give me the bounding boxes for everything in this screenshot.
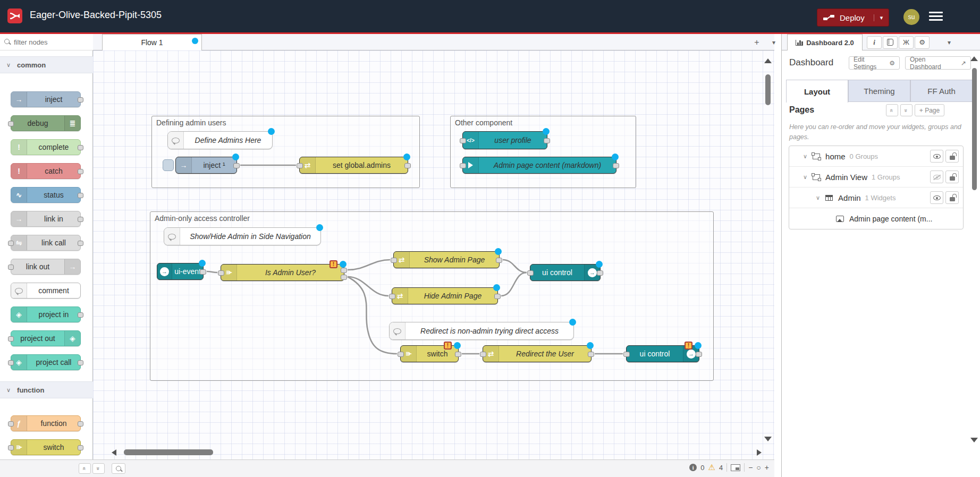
- palette-node-comment[interactable]: comment: [11, 283, 81, 299]
- add-page-button[interactable]: + Page: [915, 104, 944, 116]
- input-port[interactable]: [623, 352, 630, 357]
- group-other-component[interactable]: Other component: [450, 116, 636, 188]
- lock-toggle-button[interactable]: [945, 191, 959, 204]
- deploy-options-caret[interactable]: ▾: [874, 14, 889, 21]
- user-avatar[interactable]: su: [903, 9, 919, 25]
- output-port[interactable]: [588, 352, 594, 357]
- palette-node-link-call[interactable]: ⇋ link call: [11, 235, 81, 251]
- palette-node-project-in[interactable]: ◈ project in: [11, 306, 81, 322]
- navigator-toggle-icon[interactable]: [731, 464, 740, 471]
- visibility-toggle-button[interactable]: [930, 171, 943, 183]
- input-port[interactable]: [460, 138, 466, 143]
- canvas-scroll-left-arrow[interactable]: [112, 449, 116, 456]
- chevron-down-icon[interactable]: ∨: [803, 174, 807, 181]
- node-inject[interactable]: → inject ¹: [175, 157, 237, 174]
- palette-node-project-call[interactable]: ◈ project call: [11, 354, 81, 370]
- output-port[interactable]: [233, 163, 240, 168]
- palette-node-complete[interactable]: ! complete: [11, 139, 81, 155]
- help-tab-button[interactable]: [883, 36, 898, 49]
- input-port[interactable]: [480, 352, 486, 357]
- node-switch-is-admin-user[interactable]: ⋔ Is Admin User? !: [221, 264, 344, 281]
- output-port[interactable]: [496, 258, 502, 263]
- visibility-toggle-button[interactable]: [930, 150, 943, 163]
- palette-node-debug[interactable]: debug ≣: [11, 115, 81, 131]
- input-port[interactable]: [297, 163, 303, 168]
- node-switch-2[interactable]: ⋔ switch !: [400, 345, 459, 362]
- sidebar-scroll-up-arrow[interactable]: [970, 56, 978, 61]
- tab-flow1[interactable]: Flow 1: [102, 34, 202, 50]
- input-port[interactable]: [391, 258, 397, 263]
- info-count-icon[interactable]: i: [689, 464, 697, 471]
- node-ui-control-2[interactable]: ui control → !: [626, 345, 699, 362]
- add-flow-button[interactable]: +: [750, 36, 763, 49]
- tab-dashboard-2[interactable]: Dashboard 2.0: [787, 34, 863, 50]
- palette-collapse-all-button[interactable]: «: [79, 463, 91, 474]
- tree-row-home[interactable]: ∨ home 0 Groups: [789, 146, 963, 167]
- palette-expand-all-button[interactable]: »: [92, 463, 105, 474]
- chevron-down-icon[interactable]: ∨: [816, 194, 820, 201]
- canvas-scroll-right-arrow[interactable]: [757, 449, 762, 456]
- canvas-search-button[interactable]: [112, 463, 125, 474]
- flow-list-caret[interactable]: ▾: [767, 36, 780, 49]
- output-port[interactable]: [696, 352, 702, 357]
- deploy-button[interactable]: Deploy ▾: [817, 8, 889, 27]
- palette-category-common[interactable]: ∨ common: [0, 56, 93, 73]
- tab-theming[interactable]: Theming: [848, 80, 910, 102]
- node-change-set-global-admins[interactable]: ⇄ set global.admins: [299, 157, 408, 174]
- warning-count-icon[interactable]: ⚠: [708, 463, 715, 472]
- node-comment-redirect-non-admin[interactable]: Redirect is non-admin trying direct acce…: [389, 322, 574, 340]
- inject-trigger-button[interactable]: [163, 159, 174, 171]
- edit-settings-button[interactable]: Edit Settings ⚙: [849, 56, 900, 70]
- palette-node-link-in[interactable]: → link in: [11, 211, 81, 227]
- sidebar-tabs-caret[interactable]: ▾: [948, 39, 951, 46]
- output-port[interactable]: [404, 163, 411, 168]
- input-port[interactable]: [218, 270, 224, 276]
- canvas-horizontal-scrollbar[interactable]: [124, 449, 213, 455]
- node-change-show-admin-page[interactable]: ⇄ Show Admin Page: [393, 251, 500, 268]
- node-change-hide-admin-page[interactable]: ⇄ Hide Admin Page: [392, 287, 498, 304]
- config-tab-button[interactable]: ⚙: [915, 36, 930, 49]
- open-dashboard-button[interactable]: Open Dashboard ↗: [905, 56, 971, 70]
- input-port[interactable]: [389, 294, 395, 299]
- node-comment-define-admins[interactable]: Define Admins Here: [167, 131, 273, 149]
- tree-row-admin-widget[interactable]: Admin page content (m...: [789, 208, 963, 229]
- tab-ff-auth[interactable]: FF Auth: [910, 80, 973, 102]
- canvas-scroll-up-arrow[interactable]: [764, 58, 772, 63]
- sidebar-scroll-down-arrow[interactable]: [970, 438, 978, 442]
- tree-row-admin-group[interactable]: ∨ Admin 1 Widgets: [789, 188, 963, 208]
- main-menu-button[interactable]: [929, 12, 943, 21]
- expand-all-pages-button[interactable]: »: [900, 104, 913, 116]
- palette-node-catch[interactable]: ! catch: [11, 163, 81, 179]
- input-port[interactable]: [527, 270, 534, 276]
- lock-toggle-button[interactable]: [945, 171, 959, 183]
- lock-toggle-button[interactable]: [945, 150, 959, 163]
- visibility-toggle-button[interactable]: [930, 191, 943, 204]
- input-port[interactable]: [460, 163, 466, 168]
- node-ui-event[interactable]: → ui-event: [157, 263, 204, 280]
- output-port[interactable]: [597, 270, 603, 276]
- zoom-in-button[interactable]: +: [765, 464, 769, 471]
- tree-row-admin-view[interactable]: ∨ Admin View 1 Groups: [789, 167, 963, 188]
- palette-node-function[interactable]: ƒ function: [11, 415, 81, 431]
- output-port[interactable]: [613, 163, 619, 168]
- palette-node-switch[interactable]: ⋔ switch: [11, 439, 81, 455]
- canvas-scroll-down-arrow[interactable]: [764, 437, 772, 441]
- collapse-all-pages-button[interactable]: «: [886, 104, 898, 116]
- output-port[interactable]: [200, 269, 206, 275]
- chevron-down-icon[interactable]: ∨: [803, 153, 807, 160]
- output-port[interactable]: [455, 352, 461, 357]
- output-port[interactable]: [544, 138, 550, 143]
- input-port[interactable]: [398, 352, 404, 357]
- output-port-1[interactable]: [341, 268, 347, 273]
- zoom-reset-button[interactable]: ○: [756, 464, 761, 471]
- node-comment-show-hide-admin[interactable]: Show/Hide Admin in Side Navigation: [164, 227, 321, 245]
- debug-tab-button[interactable]: Ж: [899, 36, 914, 49]
- zoom-out-button[interactable]: −: [748, 464, 753, 471]
- palette-node-link-out[interactable]: link out →: [11, 259, 81, 275]
- sidebar-scrollbar[interactable]: [972, 68, 977, 190]
- node-change-redirect-the-user[interactable]: ⇄ Redirect the User: [483, 345, 592, 362]
- info-tab-button[interactable]: i: [867, 36, 882, 49]
- output-port-2[interactable]: [341, 275, 347, 280]
- canvas-vertical-scrollbar[interactable]: [765, 74, 771, 105]
- palette-node-status[interactable]: ∿ status: [11, 187, 81, 203]
